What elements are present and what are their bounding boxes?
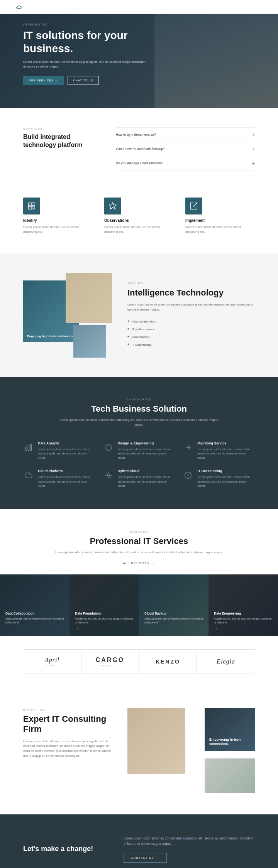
hero-tag: INTEGRATED [23,23,147,26]
intel-list-item-1: Data collaboration [127,317,255,325]
category-migrating-service: Migrating ServiceLorem ipsum dolor sit a… [183,441,255,460]
cat-desc-4: Lorem ipsum dolor sit amet, conse ctetur… [38,475,95,488]
cat-title-2: Design & Engineering [118,441,175,445]
logo-april[interactable]: April STUDIO [23,649,81,674]
categories-grid: Data AnalyticLorem ipsum dolor sit amet,… [23,441,255,488]
features-section: Identify Lorem ipsum dolor sit amet, con… [0,186,278,253]
svg-point-3 [32,206,35,209]
faq-plus-3: + [252,160,255,166]
cta-desc: Lorem ipsum dolor sit amet, consectetur … [124,836,255,847]
migrate-icon [183,442,193,453]
faq-item-3[interactable]: Do you manage cloud services? + [116,156,255,171]
expert-title: Expert IT Consulting Firm [23,714,112,735]
it-card-title-4: Data Engineering [214,611,273,615]
cat-title-1: Data Analytic [38,441,95,445]
identify-icon [23,198,40,214]
it-card-title-1: Data Collaboration [5,611,64,615]
navbar [0,0,278,14]
services-title: Build integrated technology platform [23,133,100,149]
cat-desc-5: Lorem ipsum dolor sit amet, conse ctetur… [118,475,175,488]
faq-question-3: Do you manage cloud services? [116,161,163,165]
svg-marker-4 [109,203,116,209]
faq-question-1: How to try a demo version? [116,133,156,137]
intel-desc: Lorem ipsum dolor sit amet, consectetur … [127,302,255,312]
svg-point-9 [107,475,109,476]
chat-button[interactable]: CHAT TO US [68,76,99,85]
it-card-arrow-2: → [75,627,134,631]
feature-title-observations: Observations [104,218,174,223]
cat-desc-6: Lorem ipsum dolor sit amet, conse ctetur… [197,475,255,488]
it-services-grid: Data Collaboration Adipiscing elit, sed … [0,574,278,636]
svg-rect-0 [29,203,31,206]
it-card-data-collaboration[interactable]: Data Collaboration Adipiscing elit, sed … [0,574,70,636]
services-section: SERVICES Build integrated technology pla… [0,108,278,186]
cat-desc-3: Lorem ipsum dolor sit amet, conse ctetur… [197,447,255,460]
it-card-desc-1: Adipiscing elit, sed do eiusmod tempor i… [5,617,64,625]
it-card-cloud-backup[interactable]: Cloud Backup Adipiscing elit, sed do eiu… [139,574,208,636]
expert-image-label: Empowering hi-tech connections [209,738,250,746]
it-card-desc-2: Adipiscing elit, sed do eiusmod tempor i… [75,617,134,625]
feature-observations: Observations Lorem ipsum dolor sit amet,… [104,198,174,234]
intel-list-item-4: IT Outsourcing [127,341,255,348]
category-design-engineering: Design & EngineeringLorem ipsum dolor si… [103,441,175,460]
intel-list-item-2: Migration service [127,325,255,333]
our-services-button[interactable]: OUR SERVICES → [23,76,64,85]
expert-image-2: Empowering hi-tech connections [205,708,255,751]
svg-rect-1 [32,203,35,206]
managed-section: MANAGED Professional IT Services Lorem i… [0,509,278,574]
intelligence-section: Engaging high tech environment SECURE In… [0,253,278,377]
category-data-analytic: Data AnalyticLorem ipsum dolor sit amet,… [23,441,95,460]
svg-rect-6 [28,446,29,451]
category-it-outsourcing: IT OutsourcingLorem ipsum dolor sit amet… [183,469,255,488]
categories-section: CATEGORIES Tech Business Solution Lorem … [0,377,278,509]
faq-question-2: Can I have an automatic backup? [116,147,165,151]
logo-text-april: April [45,657,59,663]
intel-image-2 [66,273,112,323]
it-card-arrow-1: → [5,627,64,631]
faq-plus-2: + [252,146,255,152]
hero-title: IT solutions for your business. [23,29,147,55]
intel-image-label: Engaging high tech environment [27,334,75,338]
intel-images: Engaging high tech environment [23,273,112,358]
contact-us-button[interactable]: CONTACT US → [124,853,167,863]
cat-desc-1: Lorem ipsum dolor sit amet, conse ctetur… [38,447,95,460]
managed-title: Professional IT Services [23,536,255,546]
svg-marker-8 [105,444,112,451]
outsource-icon [183,470,193,481]
hybrid-icon [103,470,114,481]
design-icon [103,442,114,453]
managed-desc: Lorem ipsum dolor sit amet, consectetur … [52,550,226,555]
expert-tag: EXPERTISE [23,708,112,711]
faq-item-1[interactable]: How to try a demo version? + [116,127,255,142]
all-reports-button[interactable]: ALL REPORTS → [123,561,155,565]
feature-implement: Implement Lorem ipsum dolor sit amet, co… [185,198,255,234]
it-card-data-foundation[interactable]: Data Foundation Adipiscing elit, sed do … [70,574,139,636]
faq-plus-1: + [252,132,255,138]
cloud-icon [23,470,34,481]
expert-desc: Lorem ipsum dolor sit amet, consectetur … [23,739,112,759]
managed-tag: MANAGED [23,530,255,533]
logo-elegia[interactable]: Elegia [197,649,255,674]
cta-section: Let's make a change! Lorem ipsum dolor s… [0,814,278,868]
logos-section: April STUDIO CARGO design inc. KENZO Ele… [0,636,278,687]
cat-title-4: Cloud Platform [38,469,95,473]
logo-cargo[interactable]: CARGO design inc. [81,649,139,674]
logo[interactable] [15,4,22,10]
expert-image-1 [127,708,185,774]
it-card-data-engineering[interactable]: Data Engineering Adipiscing elit, sed do… [208,574,278,636]
faq-list: How to try a demo version? + Can I have … [116,127,255,171]
logo-text-kenzo: KENZO [156,659,180,665]
expert-image-3 [205,758,255,793]
hero-desc: Lorem ipsum dolor sit amet, consectetur … [23,60,147,69]
category-hybrid-cloud: Hybrid CloudLorem ipsum dolor sit amet, … [103,469,175,488]
feature-title-implement: Implement [185,218,255,223]
categories-title: Tech Business Solution [23,404,255,414]
feature-title-identify: Identify [23,218,93,223]
feature-desc-observations: Lorem ipsum dolor sit amet, conse ctetur… [104,225,174,234]
services-tag: SERVICES [23,127,100,130]
logo-kenzo[interactable]: KENZO [139,649,197,674]
faq-item-2[interactable]: Can I have an automatic backup? + [116,142,255,156]
cat-title-3: Migrating Service [197,441,255,445]
cat-title-6: IT Outsourcing [197,469,255,473]
intel-image-3 [73,325,106,358]
